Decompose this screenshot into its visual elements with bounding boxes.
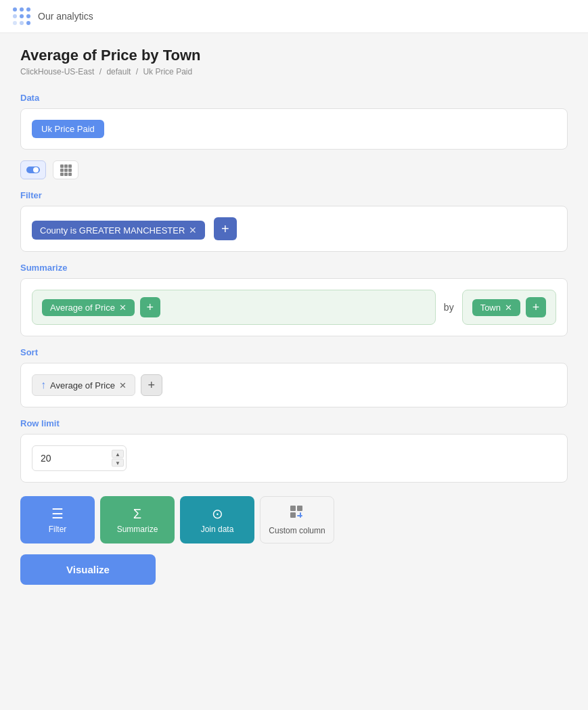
summarize-section-label: Summarize (20, 263, 568, 273)
data-tag[interactable]: Uk Price Paid (32, 120, 104, 138)
svg-rect-14 (60, 169, 64, 172)
joindata-icon: ⊙ (212, 506, 223, 522)
breadcrumb-part3[interactable]: Uk Price Paid (143, 67, 192, 76)
group-tag-text: Town (480, 303, 501, 313)
sort-row: ↑ Average of Price ✕ + (32, 374, 556, 396)
breadcrumb: ClickHouse-US-East / default / Uk Price … (20, 67, 568, 76)
svg-rect-21 (297, 506, 302, 511)
svg-rect-18 (64, 173, 68, 176)
sigma-icon: Σ (133, 506, 141, 522)
sort-section-card: ↑ Average of Price ✕ + (20, 363, 568, 407)
spinner-down-button[interactable]: ▼ (112, 459, 124, 467)
top-bar: Our analytics (0, 0, 588, 33)
svg-point-6 (13, 21, 17, 25)
breadcrumb-part2[interactable]: default (106, 67, 131, 76)
toolbar-summarize-label: Summarize (117, 525, 158, 534)
data-section-card: Uk Price Paid (20, 108, 568, 150)
svg-point-10 (33, 167, 39, 173)
row-limit-input-wrapper: ▲ ▼ (32, 445, 127, 471)
toolbar-filter-button[interactable]: ☰ Filter (20, 496, 95, 543)
row-limit-section-label: Row limit (20, 418, 568, 428)
group-tag[interactable]: Town ✕ (472, 299, 520, 316)
svg-rect-24 (297, 515, 302, 516)
filter-section-card: County is GREATER MANCHESTER ✕ + (20, 206, 568, 252)
svg-rect-13 (68, 164, 72, 168)
svg-rect-17 (60, 173, 64, 176)
app-logo (11, 5, 32, 27)
breadcrumb-sep1: / (99, 67, 101, 76)
bottom-toolbar: ☰ Filter Σ Summarize ⊙ Join data Custom … (20, 496, 568, 543)
svg-point-8 (26, 21, 30, 25)
toolbar-joindata-button[interactable]: ⊙ Join data (180, 496, 254, 543)
svg-rect-19 (68, 173, 72, 176)
sort-up-arrow-icon: ↑ (41, 379, 46, 391)
breadcrumb-part1[interactable]: ClickHouse-US-East (20, 67, 94, 76)
data-section-label: Data (20, 93, 568, 103)
toggle-row (20, 160, 568, 179)
svg-rect-12 (64, 164, 68, 168)
summarize-left-box: Average of Price ✕ + (32, 290, 436, 325)
sort-remove-icon[interactable]: ✕ (119, 380, 127, 391)
svg-point-0 (13, 7, 17, 12)
metric-tag-text: Average of Price (50, 303, 115, 313)
grid-dots-icon (60, 164, 72, 176)
svg-point-7 (20, 21, 24, 25)
nav-label[interactable]: Our analytics (38, 11, 93, 22)
filter-section-label: Filter (20, 190, 568, 200)
filter-icon: ☰ (51, 506, 64, 522)
metric-remove-icon[interactable]: ✕ (119, 303, 127, 313)
toolbar-joindata-label: Join data (201, 525, 234, 534)
svg-rect-22 (290, 512, 296, 518)
sort-tag-text: Average of Price (50, 380, 115, 391)
filter-tag[interactable]: County is GREATER MANCHESTER ✕ (32, 221, 205, 240)
group-add-button[interactable]: + (526, 297, 546, 317)
filter-tag-text: County is GREATER MANCHESTER (40, 225, 185, 236)
svg-rect-15 (64, 169, 68, 172)
filter-remove-icon[interactable]: ✕ (189, 225, 197, 236)
summarize-row: Average of Price ✕ + by Town ✕ + (32, 290, 556, 325)
spinner-up-button[interactable]: ▲ (112, 450, 124, 458)
svg-point-4 (20, 14, 24, 18)
main-content: Average of Price by Town ClickHouse-US-E… (0, 33, 588, 605)
svg-point-2 (26, 7, 30, 12)
spinner-buttons: ▲ ▼ (112, 450, 124, 467)
sort-section-label: Sort (20, 347, 568, 357)
toolbar-custom-button[interactable]: Custom column (260, 496, 334, 543)
svg-rect-11 (60, 164, 64, 168)
visualize-button[interactable]: Visualize (20, 554, 156, 585)
grid-plus-icon (290, 505, 304, 520)
svg-point-3 (13, 14, 17, 18)
metric-tag[interactable]: Average of Price ✕ (42, 299, 135, 316)
breadcrumb-sep2: / (136, 67, 138, 76)
toolbar-summarize-button[interactable]: Σ Summarize (100, 496, 175, 543)
sort-tag[interactable]: ↑ Average of Price ✕ (32, 374, 135, 396)
svg-rect-20 (290, 506, 296, 511)
metric-add-button[interactable]: + (140, 297, 160, 317)
svg-point-1 (20, 7, 24, 12)
summarize-section-card: Average of Price ✕ + by Town ✕ + (20, 278, 568, 336)
toolbar-filter-label: Filter (49, 525, 67, 534)
by-label: by (444, 302, 454, 313)
toggle-right-btn[interactable] (53, 160, 78, 179)
svg-point-5 (26, 14, 30, 18)
svg-rect-16 (68, 169, 72, 172)
row-limit-section-card: ▲ ▼ (20, 434, 568, 483)
group-remove-icon[interactable]: ✕ (505, 303, 512, 313)
toolbar-custom-label: Custom column (269, 526, 325, 535)
sort-add-button[interactable]: + (141, 374, 162, 396)
toggle-left-btn[interactable] (20, 160, 46, 179)
custom-col-icon (290, 505, 304, 523)
page-title: Average of Price by Town (20, 47, 568, 64)
filter-add-button[interactable]: + (214, 217, 237, 240)
toggle-circle-icon (26, 164, 41, 175)
summarize-right-box: Town ✕ + (462, 290, 556, 325)
